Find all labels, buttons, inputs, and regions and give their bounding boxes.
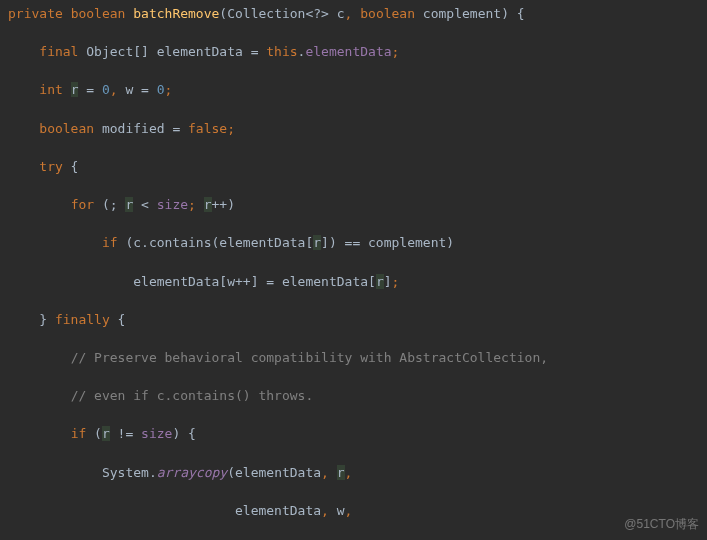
- code-block: private boolean batchRemove(Collection<?…: [0, 0, 707, 540]
- watermark: @51CTO博客: [624, 516, 699, 534]
